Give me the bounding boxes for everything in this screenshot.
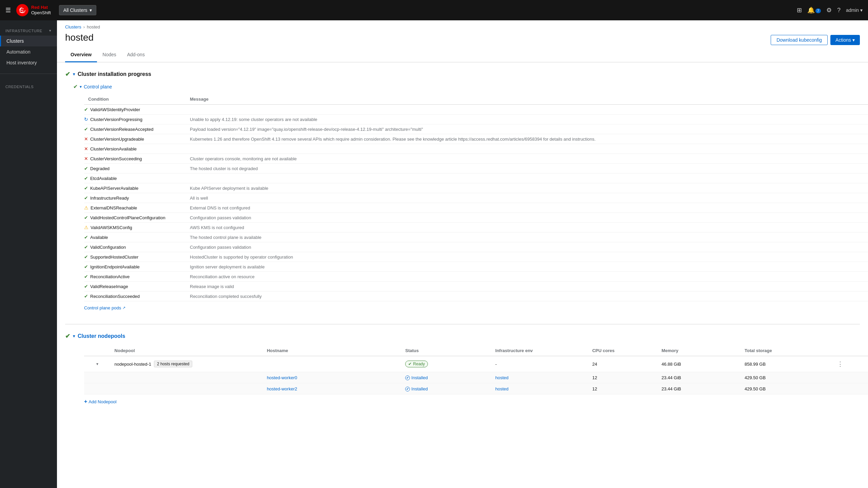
tab-overview[interactable]: Overview (65, 48, 97, 62)
nodepool-name: nodepool-hosted-1 (115, 362, 151, 367)
user-menu[interactable]: admin ▾ (846, 7, 863, 13)
condition-name-cell: ✔ ValidAWSIdentityProvider (84, 105, 186, 115)
col-status: Status (401, 345, 491, 356)
infra-env-link[interactable]: hosted (495, 375, 509, 380)
cpu-cores-cell: 24 (588, 356, 657, 372)
table-row: ✔ ReconciliationSucceeded Reconciliation… (84, 291, 868, 301)
row-actions-cell[interactable]: ⋮ (830, 356, 868, 372)
condition-message-cell: Configuration passes validation (186, 242, 868, 252)
brand-name-line1: Red Hat (31, 5, 51, 10)
condition-message-cell (186, 144, 868, 154)
spinning-icon: ↻ (84, 117, 88, 122)
table-row: ✔ KubeAPIServerAvailable Kube APIServer … (84, 183, 868, 193)
hostname-link[interactable]: hosted-worker2 (267, 386, 297, 391)
top-navigation: ☰ Red Hat OpenShift All Clusters ▾ ⊞ 🔔7 … (0, 0, 868, 20)
table-row: ✕ ClusterVersionAvailable (84, 144, 868, 154)
success-icon: ✔ (84, 107, 88, 112)
infra-env-link[interactable]: hosted (495, 386, 509, 391)
sub-hostname-cell: hosted-worker2 (263, 383, 401, 394)
breadcrumb-separator: › (83, 24, 85, 29)
success-icon: ✔ (84, 185, 88, 191)
sub-nodepool-cell (111, 372, 263, 383)
table-row: ⚠ ValidAWSKMSConfig AWS KMS is not confi… (84, 223, 868, 232)
sidebar-item-automation[interactable]: Automation (0, 46, 57, 57)
tab-addons[interactable]: Add-ons (122, 48, 150, 62)
condition-message-cell: The hosted cluster is not degraded (186, 164, 868, 174)
redhat-logo-icon (16, 4, 28, 16)
condition-name-cell: ⚠ ValidAWSKMSConfig (84, 223, 186, 232)
success-icon: ✔ (84, 126, 88, 132)
grid-icon[interactable]: ⊞ (797, 6, 802, 14)
sub-infra-env-cell: hosted (491, 383, 588, 394)
page-title: hosted (65, 32, 94, 43)
download-kubeconfig-button[interactable]: Download kubeconfig (771, 35, 828, 45)
status-check-icon: ✔ (408, 362, 412, 366)
breadcrumb-clusters-link[interactable]: Clusters (65, 24, 81, 29)
brand-logo: Red Hat OpenShift (16, 4, 51, 16)
success-icon: ✔ (84, 195, 88, 201)
sub-memory-cell: 23.44 GiB (657, 383, 741, 394)
control-plane-pods-link[interactable]: Control plane pods ↗ (84, 305, 125, 310)
section-collapse-icon[interactable]: ▾ (73, 72, 75, 77)
tab-nodes[interactable]: Nodes (97, 48, 121, 62)
condition-message-cell: Payload loaded version="4.12.19" image="… (186, 124, 868, 134)
condition-name-text: ValidAWSKMSConfig (91, 225, 132, 230)
kebab-menu-button[interactable]: ⋮ (834, 359, 846, 369)
sub-total-storage-cell: 429.50 GB (741, 372, 830, 383)
bell-icon[interactable]: 🔔7 (807, 6, 821, 14)
section-title: Cluster installation progress (78, 71, 151, 77)
cluster-selector[interactable]: All Clusters ▾ (59, 5, 96, 15)
actions-button[interactable]: Actions ▾ (830, 35, 860, 45)
sidebar-item-host-inventory[interactable]: Host inventory (0, 57, 57, 68)
hamburger-menu-icon[interactable]: ☰ (5, 6, 11, 14)
table-row: hosted-worker2 ✔ Installed hosted 12 23.… (84, 383, 868, 394)
sidebar-divider (0, 74, 57, 74)
help-icon[interactable]: ? (837, 7, 841, 14)
settings-icon[interactable]: ⚙ (826, 6, 832, 14)
condition-name-text: KubeAPIServerAvailable (90, 186, 138, 191)
control-plane-collapse-icon[interactable]: ▾ (80, 84, 82, 89)
hostname-link[interactable]: hosted-worker0 (267, 375, 297, 380)
sidebar: Infrastructure ▾ Clusters Automation Hos… (0, 20, 57, 488)
table-row: ✔ ValidAWSIdentityProvider (84, 105, 868, 115)
success-icon: ✔ (84, 215, 88, 220)
control-plane-header: ✔ ▾ Control plane (73, 83, 860, 90)
table-row: ✔ EtcdAvailable (84, 174, 868, 183)
condition-message-cell (186, 105, 868, 115)
notification-count: 7 (815, 8, 821, 13)
breadcrumb: Clusters › hosted (57, 20, 868, 29)
svg-point-0 (16, 4, 28, 16)
cluster-nodepools-section-header: ✔ ▾ Cluster nodepools (65, 332, 860, 340)
table-row: ✔ ClusterVersionReleaseAccepted Payload … (84, 124, 868, 134)
add-nodepool-link[interactable]: + Add Nodepool (84, 399, 117, 405)
sub-infra-env-cell: hosted (491, 372, 588, 383)
table-row: ✔ IgnitionEndpointAvailable Ignition ser… (84, 262, 868, 272)
sidebar-item-clusters[interactable]: Clusters (0, 36, 57, 46)
sub-actions-cell (830, 372, 868, 383)
conditions-table: Condition Message ✔ ValidAWSIdentityProv… (84, 94, 868, 301)
condition-name-text: EtcdAvailable (90, 176, 117, 181)
expand-button[interactable]: ▾ (95, 361, 100, 367)
hostname-cell (263, 356, 401, 372)
error-icon: ✕ (84, 146, 88, 151)
nodepools-table: Nodepool Hostname Status Infrastructure … (84, 345, 868, 394)
control-plane-link[interactable]: Control plane (84, 84, 112, 89)
sub-actions-cell (830, 383, 868, 394)
status-badge: ✔ Installed (405, 375, 428, 380)
table-row: ✔ ValidReleaseImage Release image is val… (84, 282, 868, 291)
chevron-down-icon: ▾ (90, 7, 92, 13)
col-nodepool: Nodepool (111, 345, 263, 356)
sidebar-section-title-infrastructure: Infrastructure ▾ (0, 26, 57, 36)
sidebar-section-title-credentials: Credentials (0, 82, 57, 92)
nodepools-collapse-icon[interactable]: ▾ (73, 334, 75, 339)
condition-name-text: ReconciliationActive (90, 274, 130, 279)
breadcrumb-current: hosted (87, 24, 100, 29)
expand-cell[interactable]: ▾ (84, 356, 111, 372)
condition-name-text: InfrastructureReady (90, 196, 129, 201)
condition-message-cell: Reconciliation active on resource (186, 272, 868, 282)
cluster-nodepools-link[interactable]: Cluster nodepools (78, 333, 125, 339)
total-storage-cell: 858.99 GB (741, 356, 830, 372)
table-row: ✔ InfrastructureReady All is well (84, 193, 868, 203)
warning-icon: ⚠ (84, 205, 88, 210)
condition-message-cell: AWS KMS is not configured (186, 223, 868, 232)
